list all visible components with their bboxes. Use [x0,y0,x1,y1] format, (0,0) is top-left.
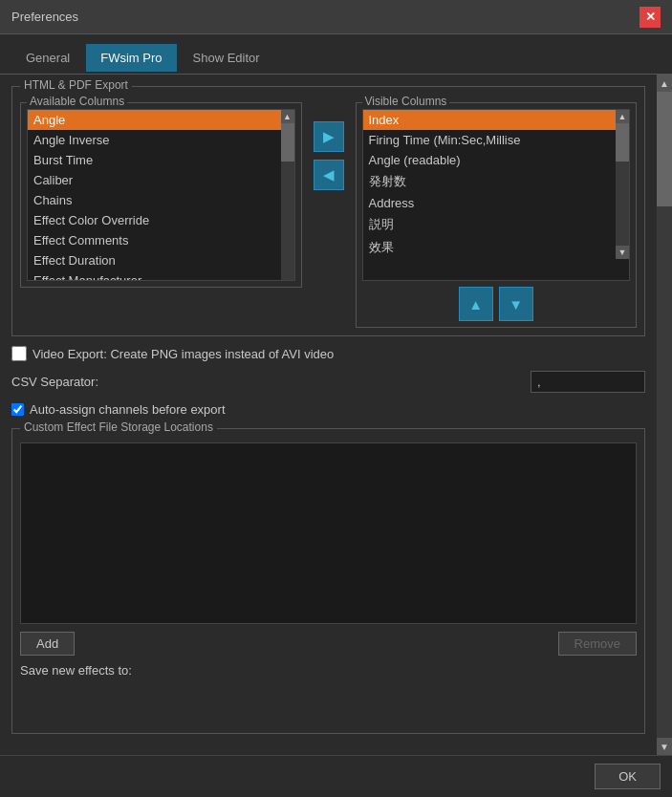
available-columns-group: Available Columns Angle Angle Inverse Bu… [20,102,302,288]
available-columns-list[interactable]: Angle Angle Inverse Burst Time Caliber C… [27,109,295,281]
visible-items: Index Firing Time (Min:Sec,Millise Angle… [363,110,617,259]
add-remove-row: Add Remove [20,632,637,656]
move-down-button[interactable]: ▼ [499,287,533,321]
main-area: HTML & PDF Export Available Columns Angl… [0,75,657,755]
video-export-label: Video Export: Create PNG images instead … [33,347,334,361]
move-down-icon: ▼ [509,296,523,312]
list-item[interactable]: Angle Inverse [28,130,281,150]
video-export-checkbox-wrapper: Video Export: Create PNG images instead … [11,346,334,361]
csv-separator-row: CSV Separator: , [11,371,645,393]
scroll-up-arrow[interactable]: ▲ [281,110,294,123]
list-item[interactable]: Firing Time (Min:Sec,Millise [363,130,617,150]
main-window: Preferences ✕ General FWsim Pro Show Edi… [0,0,672,797]
content-area: HTML & PDF Export Available Columns Angl… [0,75,672,755]
scroll-track [281,123,294,281]
scroll-thumb[interactable] [657,92,672,206]
scroll-track [657,92,672,738]
list-item[interactable]: 效果 [363,236,617,259]
visible-columns-inner: Index Firing Time (Min:Sec,Millise Angle… [363,110,630,259]
list-item[interactable]: Angle (readable) [363,150,617,170]
auto-assign-row: Auto-assign channels before export [11,402,645,417]
add-button[interactable]: Add [20,632,75,656]
list-item[interactable]: Chains [28,190,281,210]
scroll-up-arrow[interactable]: ▲ [657,75,672,92]
csv-separator-label: CSV Separator: [11,375,98,389]
video-export-checkbox[interactable] [11,346,27,361]
html-pdf-export-title: HTML & PDF Export [20,78,132,92]
visible-columns-title: Visible Columns [362,95,450,108]
list-item[interactable]: Burst Time [28,150,281,170]
ok-button[interactable]: OK [595,764,661,789]
file-list-area[interactable] [20,442,637,624]
csv-separator-input[interactable]: , [531,371,645,393]
available-columns-title: Available Columns [27,95,127,108]
move-right-button[interactable]: ▶ [314,121,344,152]
available-items: Angle Angle Inverse Burst Time Caliber C… [28,110,281,281]
list-item[interactable]: Effect Comments [28,230,281,250]
list-item[interactable]: 発射数 [363,170,617,193]
list-item[interactable]: Effect Color Override [28,210,281,230]
video-export-row: Video Export: Create PNG images instead … [11,346,645,361]
list-item[interactable]: Address [363,193,617,213]
move-left-button[interactable]: ◀ [314,160,344,190]
custom-effect-title: Custom Effect File Storage Locations [20,420,217,434]
scroll-thumb[interactable] [281,123,294,162]
move-left-icon: ◀ [323,166,335,183]
move-right-icon: ▶ [323,128,335,145]
tab-show-editor[interactable]: Show Editor [179,44,274,72]
scroll-down-arrow[interactable]: ▼ [616,246,629,259]
title-bar: Preferences ✕ [0,0,672,34]
window-title: Preferences [11,10,78,24]
move-up-button[interactable]: ▲ [459,287,493,321]
bottom-bar: OK [0,755,672,797]
remove-button[interactable]: Remove [558,632,637,656]
scroll-down-arrow[interactable]: ▼ [657,738,672,755]
custom-effect-group: Custom Effect File Storage Locations Add… [11,428,645,734]
list-item[interactable]: Angle [28,110,281,130]
move-up-icon: ▲ [468,296,483,312]
visible-columns-list[interactable]: Index Firing Time (Min:Sec,Millise Angle… [362,109,631,281]
list-item[interactable]: Effect Duration [28,250,281,270]
scroll-up-arrow[interactable]: ▲ [616,110,629,123]
close-button[interactable]: ✕ [639,7,661,28]
main-scrollbar: ▲ ▼ [657,75,672,755]
columns-container: Available Columns Angle Angle Inverse Bu… [20,102,637,328]
save-label: Save new effects to: [20,663,132,678]
tab-fwsim-pro[interactable]: FWsim Pro [86,44,176,72]
auto-assign-checkbox[interactable] [11,403,24,416]
available-scrollbar: ▲ ▼ [281,110,294,281]
move-up-down-buttons: ▲ ▼ [362,287,631,321]
list-item[interactable]: Index [363,110,617,130]
tab-general[interactable]: General [11,44,84,72]
save-row: Save new effects to: [20,663,637,678]
list-item[interactable]: Effect Manufacturer [28,270,281,281]
tabs-bar: General FWsim Pro Show Editor [0,34,672,75]
html-pdf-export-group: HTML & PDF Export Available Columns Angl… [11,86,645,336]
auto-assign-label: Auto-assign channels before export [30,402,226,417]
visible-columns-group: Visible Columns Index Firing Time (Min:S… [356,102,638,328]
arrows-column: ▶ ◀ [310,121,348,190]
visible-scrollbar: ▲ ▼ [616,110,629,259]
scroll-thumb[interactable] [616,123,629,162]
scroll-track [616,123,629,246]
list-item[interactable]: 説明 [363,213,617,236]
available-columns-inner: Angle Angle Inverse Burst Time Caliber C… [28,110,294,281]
list-item[interactable]: Caliber [28,170,281,190]
